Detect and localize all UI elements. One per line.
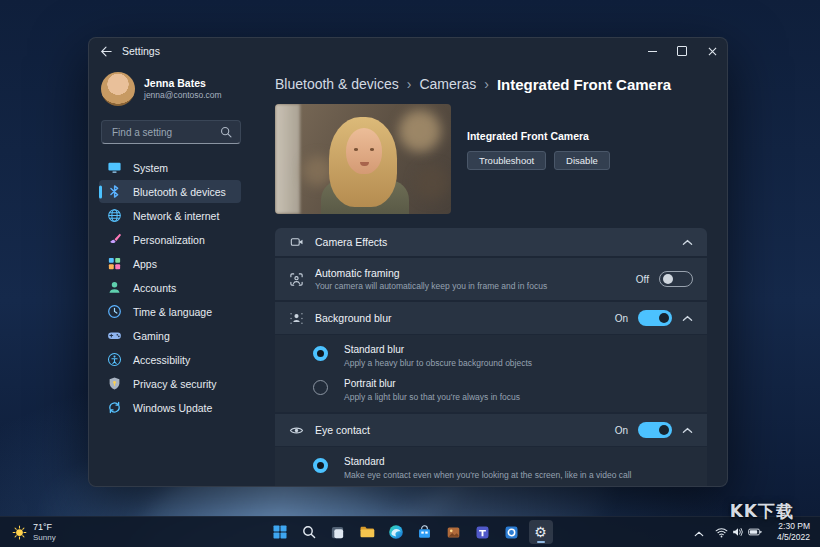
eye-contact-title: Eye contact	[315, 424, 370, 437]
volume-icon	[732, 527, 744, 537]
maximize-button[interactable]	[667, 38, 697, 64]
chevron-right-icon: ›	[407, 76, 412, 92]
sidebar-item-accounts[interactable]: Accounts	[99, 276, 241, 299]
sidebar-item-time-language[interactable]: Time & language	[99, 300, 241, 323]
teams-button[interactable]	[471, 520, 495, 544]
search-input[interactable]	[110, 126, 220, 139]
privacy-icon	[107, 376, 122, 391]
edge-button[interactable]	[384, 520, 408, 544]
accounts-icon	[107, 280, 122, 295]
sidebar-nav: System Bluetooth & devices Network & int…	[99, 156, 251, 419]
sidebar-item-network-internet[interactable]: Network & internet	[99, 204, 241, 227]
standard-blur-description: Apply a heavy blur to obscure background…	[344, 358, 532, 368]
disable-button[interactable]: Disable	[554, 151, 610, 170]
window-title: Settings	[122, 45, 160, 57]
sidebar-item-accessibility[interactable]: Accessibility	[99, 348, 241, 371]
task-view-button[interactable]	[326, 520, 350, 544]
background-blur-title: Background blur	[315, 312, 391, 325]
chevron-up-icon[interactable]	[682, 239, 693, 246]
sidebar-item-label: Windows Update	[133, 402, 212, 414]
weather-temperature: 71°F	[33, 522, 56, 533]
eye-contact-standard-description: Make eye contact even when you're lookin…	[344, 470, 631, 480]
time-language-icon	[107, 304, 122, 319]
minimize-icon	[648, 51, 657, 52]
start-button[interactable]	[268, 520, 292, 544]
sidebar-item-system[interactable]: System	[99, 156, 241, 179]
sidebar-item-label: Network & internet	[133, 210, 219, 222]
file-explorer-button[interactable]	[355, 520, 379, 544]
automatic-framing-state: Off	[636, 274, 649, 285]
page-title: Integrated Front Camera	[497, 76, 671, 93]
eye-contact-options: Standard Make eye contact even when you'…	[275, 447, 707, 487]
user-account[interactable]: Jenna Bates jenna@contoso.com	[99, 68, 251, 110]
preview-bokeh	[415, 166, 449, 200]
search-icon	[220, 126, 232, 138]
sidebar-item-windows-update[interactable]: Windows Update	[99, 396, 241, 419]
background-blur-icon	[289, 311, 304, 326]
sidebar-item-label: Bluetooth & devices	[133, 186, 226, 198]
store-button[interactable]	[413, 520, 437, 544]
portrait-blur-option[interactable]: Portrait blur Apply a light blur so that…	[313, 373, 693, 407]
titlebar: Settings	[89, 38, 727, 64]
sidebar-item-privacy-security[interactable]: Privacy & security	[99, 372, 241, 395]
user-name: Jenna Bates	[144, 77, 222, 91]
breadcrumb: Bluetooth & devices › Cameras › Integrat…	[275, 74, 707, 94]
settings-window: Settings Jenna Bates jenna@contoso.com	[88, 37, 728, 487]
task-view-icon	[330, 525, 345, 540]
gear-icon: ⚙	[534, 525, 547, 539]
background-blur-options: Standard blur Apply a heavy blur to obsc…	[275, 335, 707, 412]
breadcrumb-bluetooth-devices[interactable]: Bluetooth & devices	[275, 76, 399, 92]
preview-background	[275, 104, 300, 214]
troubleshoot-button[interactable]: Troubleshoot	[467, 151, 546, 170]
taskbar-search-button[interactable]	[297, 520, 321, 544]
eye-contact-standard-option[interactable]: Standard Make eye contact even when you'…	[313, 451, 693, 485]
search-icon	[302, 525, 316, 539]
back-button[interactable]	[100, 46, 112, 57]
tray-status-icons[interactable]	[711, 524, 766, 541]
camera-name: Integrated Front Camera	[467, 130, 610, 142]
chevron-up-icon[interactable]	[682, 427, 693, 434]
outlook-icon	[504, 525, 519, 540]
battery-icon	[748, 528, 762, 536]
camera-info: Integrated Front Camera Troubleshoot Dis…	[467, 104, 610, 214]
standard-blur-option[interactable]: Standard blur Apply a heavy blur to obsc…	[313, 339, 693, 373]
open-app-indicator	[537, 541, 545, 543]
outlook-button[interactable]	[500, 520, 524, 544]
photos-button[interactable]	[442, 520, 466, 544]
radio-unselected[interactable]	[313, 380, 328, 395]
settings-search	[101, 120, 241, 144]
background-blur-toggle[interactable]	[638, 310, 672, 326]
tray-chevron-up[interactable]	[694, 523, 704, 541]
chevron-up-icon[interactable]	[682, 315, 693, 322]
sidebar-item-label: Apps	[133, 258, 157, 270]
eye-contact-standard-label: Standard	[344, 456, 631, 468]
sidebar-item-bluetooth-devices[interactable]: Bluetooth & devices	[99, 180, 241, 203]
windows-update-icon	[107, 400, 122, 415]
radio-selected[interactable]	[313, 346, 328, 361]
minimize-button[interactable]	[637, 38, 667, 64]
radio-selected[interactable]	[313, 458, 328, 473]
background-blur-row[interactable]: Background blur On	[275, 302, 707, 334]
weather-widget[interactable]: 71°F Sunny	[8, 517, 60, 547]
sidebar-item-label: Gaming	[133, 330, 170, 342]
sidebar-item-personalization[interactable]: Personalization	[99, 228, 241, 251]
camera-effects-icon	[289, 235, 304, 250]
preview-bokeh	[399, 110, 441, 152]
camera-preview	[275, 104, 451, 214]
sidebar-item-label: Personalization	[133, 234, 205, 246]
toggle-knob	[659, 313, 669, 323]
camera-effects-header[interactable]: Camera Effects	[275, 228, 707, 256]
photos-icon	[446, 525, 461, 540]
sidebar-item-gaming[interactable]: Gaming	[99, 324, 241, 347]
eye-contact-row[interactable]: Eye contact On	[275, 414, 707, 446]
sidebar-item-apps[interactable]: Apps	[99, 252, 241, 275]
portrait-blur-label: Portrait blur	[344, 378, 520, 390]
settings-taskbar-button[interactable]: ⚙	[529, 520, 553, 544]
weather-condition: Sunny	[33, 533, 56, 543]
automatic-framing-toggle[interactable]	[659, 271, 693, 287]
settings-content: Bluetooth & devices › Cameras › Integrat…	[251, 64, 727, 486]
sun-icon	[12, 525, 27, 540]
close-button[interactable]	[697, 38, 727, 64]
eye-contact-toggle[interactable]	[638, 422, 672, 438]
breadcrumb-cameras[interactable]: Cameras	[419, 76, 476, 92]
